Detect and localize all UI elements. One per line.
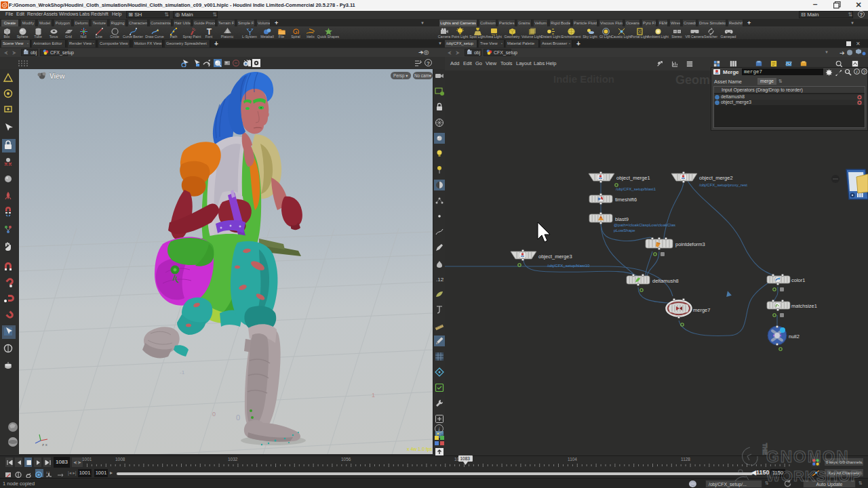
svg-text:.12: .12 — [436, 277, 444, 283]
svg-text:View: View — [50, 73, 65, 80]
svg-text:x 4w 1.0 fps: x 4w 1.0 fps — [407, 447, 433, 452]
svg-text:object_merge1: object_merge1 — [616, 175, 650, 181]
svg-text:matchsize1: matchsize1 — [791, 303, 817, 309]
svg-text:z x: z x — [42, 443, 47, 447]
svg-text:object_merge3: object_merge3 — [538, 253, 572, 260]
svg-text:1 1: 1 1 — [46, 471, 50, 474]
svg-text:-1: -1 — [180, 369, 185, 375]
svg-text:0: 0 — [212, 411, 216, 418]
svg-text:➔: ➔ — [840, 49, 845, 56]
svg-text:1083: 1083 — [460, 456, 471, 461]
svg-text:1128: 1128 — [681, 457, 690, 462]
svg-text:Persp ▾: Persp ▾ — [393, 73, 408, 79]
svg-text:blast9: blast9 — [615, 216, 629, 222]
svg-text:null2: null2 — [789, 333, 800, 340]
svg-text:T: T — [206, 27, 212, 36]
svg-text:1056: 1056 — [341, 457, 351, 462]
svg-text:deltamush8: deltamush8 — [652, 278, 679, 284]
svg-text:merge7: merge7 — [693, 307, 710, 313]
svg-text:WORKSHOP: WORKSHOP — [766, 468, 861, 485]
svg-text:No cam▾: No cam▾ — [414, 73, 432, 78]
svg-text:timeshift6: timeshift6 — [615, 197, 637, 203]
svg-text:1008: 1008 — [115, 457, 125, 462]
svg-text:pointdeform3: pointdeform3 — [675, 241, 705, 247]
svg-text:1104: 1104 — [568, 457, 577, 462]
svg-text:object_merge2: object_merge2 — [699, 175, 733, 181]
svg-text:1032: 1032 — [228, 457, 238, 462]
svg-text:@path=/cloakClaspLow/cloakClas: @path=/cloakClaspLow/cloakClas — [614, 223, 675, 227]
svg-text:GNOMON: GNOMON — [766, 447, 850, 466]
svg-text:/obj/CFX_setup/blast10: /obj/CFX_setup/blast10 — [547, 264, 590, 268]
svg-text:pLowShape: pLowShape — [614, 228, 635, 232]
svg-text:/obj/CFX_setup/proxy_rest: /obj/CFX_setup/proxy_rest — [699, 183, 747, 187]
svg-text:Indie Edition: Indie Edition — [553, 73, 614, 85]
svg-text:/obj/CFX_setup/blast1: /obj/CFX_setup/blast1 — [616, 187, 656, 191]
svg-text:1001: 1001 — [82, 457, 92, 462]
svg-text:1: 1 — [372, 392, 375, 399]
svg-text:color1: color1 — [791, 277, 805, 283]
svg-text:0: 0 — [236, 413, 240, 422]
